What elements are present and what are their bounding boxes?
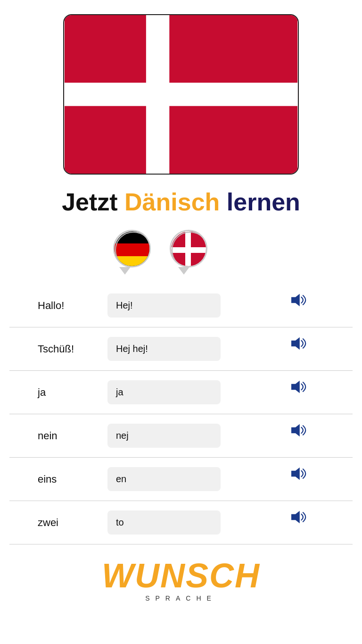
danish-word-box: en [107,467,221,491]
brand-logo-top: WUNSCH [102,559,260,593]
brand-logo-bottom: SPRACHE [145,594,217,602]
title-part3: lernen [220,188,300,216]
svg-rect-5 [115,256,151,268]
sound-icon [291,380,306,393]
sound-icon [291,424,306,437]
danish-word-box: nej [107,424,221,448]
sound-icon [291,467,306,480]
table-row: eins en [9,458,353,501]
german-word: Tschüß! [9,327,104,371]
svg-marker-12 [291,337,300,350]
german-word: nein [9,414,104,458]
title-part2: Dänisch [124,188,220,216]
sound-button-cell[interactable] [245,327,353,360]
sound-button-cell[interactable] [245,458,353,490]
german-word: Hallo! [9,284,104,327]
svg-rect-9 [171,247,207,253]
table-row: Hallo! Hej! [9,284,353,327]
table-row: Tschüß! Hej hej! [9,327,353,371]
danish-flag-column-header [170,230,207,275]
sound-icon [291,337,306,350]
danish-word-cell: Hej! [104,284,245,327]
danish-word-box: Hej! [107,293,221,318]
table-row: zwei to [9,501,353,544]
danish-word-box: ja [107,380,221,404]
danish-word-box: Hej hej! [107,337,221,361]
danish-flag-bubble [170,230,207,268]
danish-word-cell: nej [104,414,245,458]
danish-flag-image [63,14,299,175]
svg-marker-15 [291,468,300,480]
footer: WUNSCH SPRACHE [102,559,260,602]
german-flag-column-header [113,230,151,275]
danish-word-cell: en [104,458,245,501]
sound-button-cell[interactable] [245,284,353,316]
danish-word-box: to [107,510,221,535]
german-flag-bubble [113,230,151,268]
page-title: Jetzt Dänisch lernen [62,189,300,216]
svg-marker-14 [291,424,300,437]
table-row: ja ja [9,371,353,414]
german-word: eins [9,458,104,501]
sound-button-cell[interactable] [245,371,353,403]
svg-marker-13 [291,381,300,393]
german-word: zwei [9,501,104,544]
german-word: ja [9,371,104,414]
danish-word-cell: to [104,501,245,544]
sound-icon [291,293,306,307]
svg-rect-4 [115,243,151,256]
danish-word-cell: ja [104,371,245,414]
sound-button-cell[interactable] [245,501,353,533]
sound-button-cell[interactable] [245,414,353,446]
title-part1: Jetzt [62,188,124,216]
svg-rect-2 [65,83,297,106]
svg-marker-16 [291,511,300,524]
table-row: nein nej [9,414,353,458]
sound-icon [291,510,306,524]
svg-marker-11 [291,294,300,307]
danish-word-cell: Hej hej! [104,327,245,371]
vocab-table: Hallo! Hej! Tschüß! Hej hej! [9,284,353,544]
